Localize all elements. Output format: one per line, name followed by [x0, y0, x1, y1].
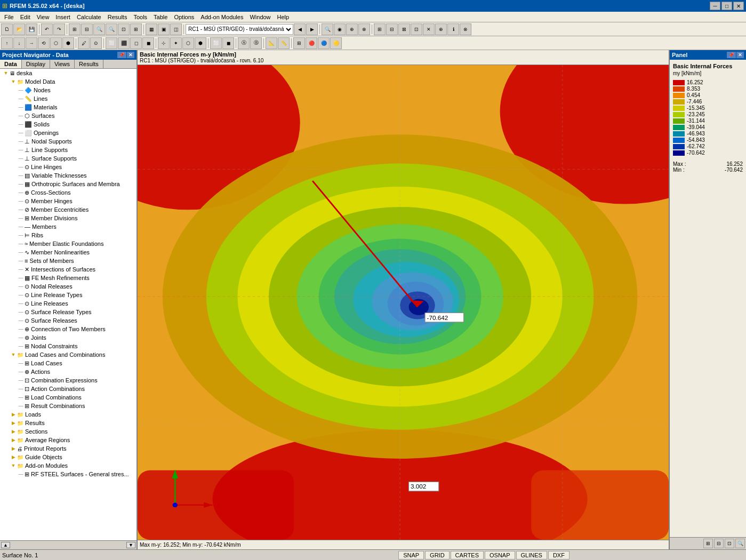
tb2-b4[interactable]: ⟲ — [38, 37, 50, 49]
tb-prev[interactable]: ◀ — [294, 23, 306, 35]
tree-line-hinges[interactable]: — ⊙ Line Hinges — [0, 163, 137, 171]
rp-icon1[interactable]: ⊞ — [703, 539, 713, 548]
status-dxf[interactable]: DXF — [548, 551, 569, 559]
rp-icon3[interactable]: ⊡ — [725, 539, 734, 548]
tree-nodes[interactable]: — 🔷 Nodes — [0, 86, 137, 94]
tree-surface-release-types[interactable]: — ⊙ Surface Release Types — [0, 308, 137, 316]
minimize-btn[interactable]: ─ — [710, 2, 720, 10]
tree-action-combinations[interactable]: — ⊡ Action Combinations — [0, 385, 137, 393]
tb-b8[interactable]: ▣ — [158, 23, 170, 35]
tree-avg-regions[interactable]: ▶ 📁 Average Regions — [0, 436, 137, 444]
tb-open[interactable]: 📂 — [13, 23, 25, 35]
tree-member-div[interactable]: — ⊞ Member Divisions — [0, 214, 137, 222]
tb2-b15[interactable]: ⬡ — [182, 37, 194, 49]
tb2-b3[interactable]: → — [26, 37, 37, 49]
menu-view[interactable]: View — [34, 13, 53, 21]
nav-tab-display[interactable]: Display — [22, 60, 50, 68]
tb-b9[interactable]: ◫ — [170, 23, 182, 35]
tb-redo[interactable]: ↷ — [53, 23, 65, 35]
menu-help[interactable]: Help — [274, 13, 293, 21]
tree-model-data[interactable]: ▼ 📁 Model Data — [0, 77, 137, 86]
tb2-b8[interactable]: ⊙ — [90, 37, 102, 49]
tb-b7[interactable]: ▦ — [146, 23, 157, 35]
tree-surface-releases[interactable]: — ⊙ Surface Releases — [0, 316, 137, 325]
tree-surfaces[interactable]: — ⬡ Surfaces — [0, 111, 137, 120]
tree-ribs[interactable]: — ⊨ Ribs — [0, 231, 137, 239]
tb-d7[interactable]: ℹ — [447, 23, 459, 35]
tree-surface-supports[interactable]: — ⊥ Surface Supports — [0, 154, 137, 163]
tree-member-ecc[interactable]: — ⊘ Member Eccentricities — [0, 205, 137, 214]
close-btn[interactable]: ✕ — [733, 2, 744, 10]
tb2-b24[interactable]: 🔴 — [306, 37, 317, 49]
tree-materials[interactable]: — 🟦 Materials — [0, 103, 137, 111]
tb-b4[interactable]: 🔍 — [106, 23, 117, 35]
viewport-canvas[interactable]: -70.642 3.002 X — [138, 65, 669, 540]
tb-save[interactable]: 💾 — [26, 23, 37, 35]
status-osnap[interactable]: OSNAP — [485, 551, 515, 559]
tb2-b2[interactable]: ↓ — [13, 37, 25, 49]
tree-member-nonlin[interactable]: — ∿ Member Nonlinearities — [0, 248, 137, 257]
tree-joints[interactable]: — ⊛ Joints — [0, 333, 137, 342]
status-glines[interactable]: GLINES — [516, 551, 547, 559]
tree-results-group[interactable]: ▶ 📁 Results — [0, 419, 137, 427]
maximize-btn[interactable]: □ — [721, 2, 732, 10]
tb-d6[interactable]: ⊕ — [435, 23, 447, 35]
tb2-b20[interactable]: Ⓑ — [250, 37, 262, 49]
tree-result-combinations[interactable]: — ⊞ Result Combinations — [0, 402, 137, 410]
tree-loads-group[interactable]: ▶ 📁 Loads — [0, 410, 137, 419]
tb2-b11[interactable]: ◻ — [130, 37, 142, 49]
menu-window[interactable]: Window — [246, 13, 274, 21]
tree-nodal-constraints[interactable]: — ⊞ Nodal Constraints — [0, 342, 137, 350]
tb2-b25[interactable]: 🔵 — [318, 37, 330, 49]
tb2-b17[interactable]: ⬜ — [210, 37, 222, 49]
tb2-b12[interactable]: ◼ — [142, 37, 154, 49]
rp-icon2[interactable]: ⊟ — [714, 539, 724, 548]
nav-scroll-down[interactable]: ▼ — [126, 542, 135, 548]
tb-undo[interactable]: ↶ — [41, 23, 53, 35]
menu-addon[interactable]: Add-on Modules — [197, 13, 246, 21]
tree-nodal-supports[interactable]: — ⊥ Nodal Supports — [0, 137, 137, 146]
tree-cross-sections[interactable]: — ⊕ Cross-Sections — [0, 188, 137, 197]
tb2-b21[interactable]: 📐 — [266, 37, 277, 49]
tb-c4[interactable]: ⊗ — [358, 23, 370, 35]
tree-lines[interactable]: — 📏 Lines — [0, 94, 137, 103]
tb2-b5[interactable]: ⬡ — [50, 37, 62, 49]
tb-b3[interactable]: 🔍 — [93, 23, 105, 35]
tb-d8[interactable]: ⊗ — [460, 23, 471, 35]
tree-connection-two[interactable]: — ⊕ Connection of Two Members — [0, 325, 137, 333]
tb-c2[interactable]: ◉ — [334, 23, 346, 35]
status-grid[interactable]: GRID — [425, 551, 450, 559]
rp-zoom[interactable]: 🔍 — [735, 539, 745, 548]
tb2-b10[interactable]: ⬛ — [118, 37, 130, 49]
menu-insert[interactable]: Insert — [52, 13, 74, 21]
menu-calculate[interactable]: Calculate — [74, 13, 105, 21]
menu-table[interactable]: Table — [150, 13, 171, 21]
tb2-b6[interactable]: ⬢ — [62, 37, 74, 49]
menu-tools[interactable]: Tools — [130, 13, 150, 21]
tree-root[interactable]: ▼ 🖥 deska — [0, 69, 137, 77]
tb2-b19[interactable]: Ⓐ — [238, 37, 250, 49]
tree-guide-objects[interactable]: ▶ 📁 Guide Objects — [0, 453, 137, 461]
right-pin[interactable]: 📌 — [727, 52, 736, 58]
menu-file[interactable]: File — [1, 13, 17, 21]
tb-c3[interactable]: ⊕ — [346, 23, 358, 35]
tb-b1[interactable]: ⊞ — [69, 23, 81, 35]
tree-intersections[interactable]: — ✕ Intersections of Surfaces — [0, 265, 137, 274]
tree-line-release-types[interactable]: — ⊙ Line Release Types — [0, 291, 137, 299]
tb-d1[interactable]: ⊞ — [374, 23, 386, 35]
nav-tab-data[interactable]: Data — [0, 60, 22, 68]
tb2-b9[interactable]: ⬜ — [106, 37, 117, 49]
right-close[interactable]: ✕ — [736, 52, 744, 58]
tree-nodal-releases[interactable]: — ⊙ Nodal Releases — [0, 282, 137, 291]
tb-d5[interactable]: ✕ — [423, 23, 435, 35]
tb-b5[interactable]: ⊡ — [118, 23, 130, 35]
tree-load-cases[interactable]: — ⊞ Load Cases — [0, 359, 137, 367]
tb-d3[interactable]: ⊠ — [398, 23, 410, 35]
tree-fe-mesh[interactable]: — ▦ FE Mesh Refinements — [0, 274, 137, 282]
tb-d2[interactable]: ⊟ — [386, 23, 398, 35]
tb-b2[interactable]: ⊟ — [81, 23, 93, 35]
tree-printout[interactable]: ▶ 🖨 Printout Reports — [0, 444, 137, 453]
tree-ortho-surf[interactable]: — ▦ Orthotropic Surfaces and Membra — [0, 180, 137, 188]
tb-next[interactable]: ▶ — [306, 23, 318, 35]
menu-edit[interactable]: Edit — [17, 13, 34, 21]
